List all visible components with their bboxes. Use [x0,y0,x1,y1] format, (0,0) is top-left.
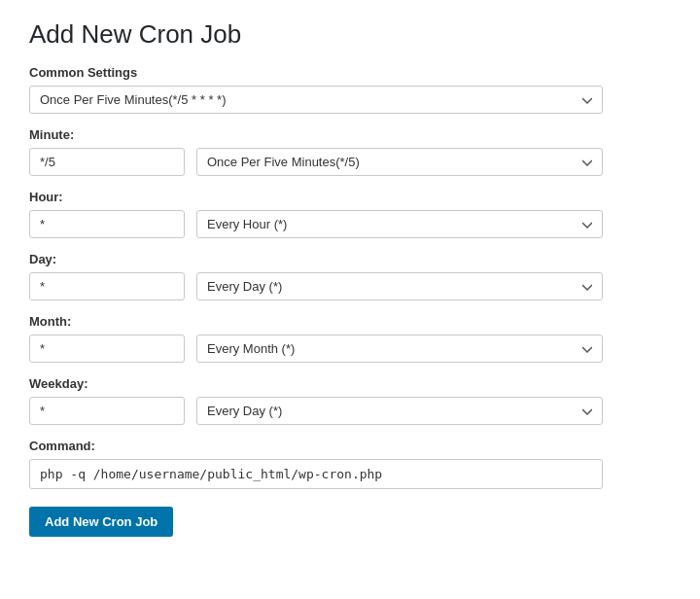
page-title: Add New Cron Job [29,19,603,50]
common-settings-select[interactable]: Once Per Five Minutes(*/5 * * * *) Every… [29,86,603,114]
month-input[interactable] [29,335,185,363]
command-label: Command: [29,439,603,453]
day-row: Every Day (*) Custom [29,272,603,300]
month-select[interactable]: Every Month (*) Custom [196,335,603,363]
weekday-label: Weekday: [29,376,603,391]
minute-select[interactable]: Once Per Five Minutes(*/5) Every Minute(… [196,148,603,176]
command-input[interactable] [29,459,603,489]
common-settings-label: Common Settings [29,65,603,80]
day-label: Day: [29,252,603,266]
minute-row: Once Per Five Minutes(*/5) Every Minute(… [29,148,603,176]
minute-input[interactable] [29,148,185,176]
month-label: Month: [29,314,603,329]
add-cron-job-button[interactable]: Add New Cron Job [29,507,173,537]
hour-select[interactable]: Every Hour (*) Custom [196,210,603,238]
hour-row: Every Hour (*) Custom [29,210,603,238]
month-row: Every Month (*) Custom [29,335,603,363]
weekday-input[interactable] [29,397,185,425]
weekday-row: Every Day (*) Custom [29,397,603,425]
hour-label: Hour: [29,190,603,204]
weekday-select[interactable]: Every Day (*) Custom [196,397,603,425]
day-select[interactable]: Every Day (*) Custom [196,272,603,300]
add-cron-job-form: Add New Cron Job Common Settings Once Pe… [29,19,603,537]
day-input[interactable] [29,272,185,300]
hour-input[interactable] [29,210,185,238]
minute-label: Minute: [29,127,603,142]
